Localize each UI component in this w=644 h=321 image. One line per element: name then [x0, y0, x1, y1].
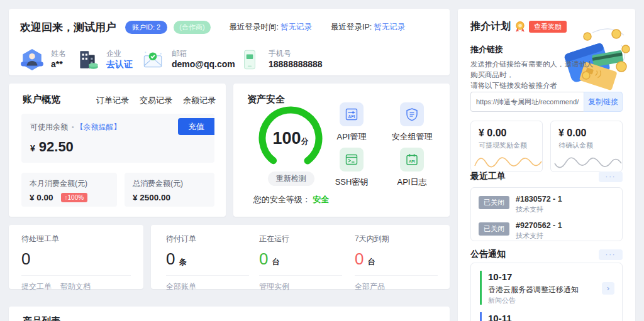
last-login-time-label: 最近登录时间:	[230, 23, 279, 31]
pending-tickets-label: 待处理工单	[21, 234, 131, 244]
recheck-button[interactable]: 重新检测	[268, 171, 314, 186]
security-score-unit: 分	[301, 136, 309, 147]
total-consumption-value: ¥ 2500.00	[133, 193, 170, 202]
company-label: 企业	[106, 49, 133, 58]
total-consumption-box: 总消费金额(元) ¥ 2500.00	[125, 173, 214, 207]
monthly-consumption-value: ¥ 0.00	[30, 193, 53, 202]
view-rewards-badge[interactable]: 查看奖励	[529, 21, 567, 33]
email-icon	[141, 48, 165, 72]
recharge-button[interactable]: 充值	[178, 118, 214, 135]
security-level-row: 您的安全等级： 安全	[237, 194, 345, 205]
referral-link-row: 复制链接	[470, 92, 623, 112]
security-level-value: 安全	[313, 195, 329, 204]
last-login-ip: 最近登录IP:暂无记录	[331, 22, 405, 33]
withdrawable-reward-box: ¥ 0.00 可提现奖励金额	[470, 121, 543, 172]
referral-title: 推介计划	[470, 20, 511, 33]
security-level-label: 您的安全等级：	[253, 195, 311, 204]
unconfirmed-amount-value: ¥ 0.00	[558, 128, 614, 139]
ticket-category: 技术支持	[516, 231, 562, 241]
reward-sparkline	[474, 153, 543, 170]
stat-expiring-soon: 7天内到期 0 台 全部产品	[355, 234, 438, 292]
pending-tickets-value: 0	[21, 249, 30, 269]
announcement-item[interactable]: 10-11 湖北十堰网络割接 ›	[480, 312, 614, 321]
svg-text:API: API	[348, 114, 355, 119]
product-list-title: 产品列表	[23, 315, 60, 321]
recent-tickets-header: 最近工单 ···	[470, 171, 623, 182]
shortcut-ssh-key[interactable]: SSH密钥	[321, 148, 382, 188]
balance-reminder-link[interactable]: 【余额提醒】	[76, 122, 121, 133]
referral-description: 发送推介链接给有需要的人，邀请他人 购买商品时， 请将以下链接发给被推介者	[470, 59, 594, 91]
unconfirmed-sparkline	[553, 153, 623, 170]
referral-desc-line2: 购买商品时，	[470, 70, 594, 80]
recent-tickets-more-button[interactable]: ···	[599, 171, 623, 182]
ticket-status-badge: 已关闭	[479, 222, 509, 236]
tab-transaction-records[interactable]: 交易记录	[140, 95, 172, 106]
announcement-category: 新闻公告	[488, 297, 614, 305]
announcement-item[interactable]: 10-17 香港云服务器调整迁移通知 新闻公告 ›	[480, 271, 614, 305]
announcement-date: 10-17	[488, 271, 614, 283]
referral-link-input[interactable]	[470, 92, 584, 112]
submit-ticket-link[interactable]: 提交工单	[21, 281, 52, 292]
unpaid-orders-value: 0	[166, 249, 175, 269]
referral-stats: ¥ 0.00 可提现奖励金额 ¥ 0.00 待确认金额	[470, 121, 623, 172]
running-value: 0	[259, 249, 268, 269]
shortcut-security-group-label: 安全组管理	[382, 131, 442, 143]
announcement-title-text: 香港云服务器调整迁移通知	[488, 285, 614, 295]
chevron-right-icon[interactable]: ›	[602, 282, 614, 295]
announcement-date: 10-11	[488, 312, 614, 321]
profile-phone: 手机号 18888888888	[238, 48, 323, 72]
pending-tickets-card: 待处理工单 0 提交工单 帮助文档	[9, 225, 143, 289]
account-overview-tabs: 订单记录 交易记录 余额记录	[96, 95, 216, 106]
last-login-ip-label: 最近登录IP:	[331, 23, 372, 31]
company-verify-link[interactable]: 去认证	[106, 58, 133, 70]
monthly-consumption-box: 本月消费金额(元) ¥ 0.00 ↑100%	[21, 173, 117, 207]
ticket-item[interactable]: 已关闭 #1830572 - 1 技术支持	[471, 195, 622, 214]
all-bills-link[interactable]: 全部账单	[166, 281, 196, 292]
expiring-unit: 台	[367, 257, 375, 268]
phone-label: 手机号	[269, 49, 323, 58]
medal-icon	[514, 21, 526, 33]
svg-text:API: API	[409, 160, 415, 163]
account-overview-card: 账户概览 订单记录 交易记录 余额记录 可使用余额 • 【余额提醒】 充值 ¥ …	[9, 84, 226, 217]
balance-label-row: 可使用余额 • 【余额提醒】	[30, 122, 121, 133]
api-log-icon: API	[405, 153, 419, 166]
recent-tickets-title: 最近工单	[470, 171, 506, 182]
balance-amount: ¥ 92.50	[30, 139, 74, 155]
last-login-time-value: 暂无记录	[280, 23, 312, 31]
tab-order-records[interactable]: 订单记录	[96, 95, 129, 106]
copy-link-button[interactable]: 复制链接	[584, 92, 623, 112]
shortcut-security-group[interactable]: 安全组管理	[382, 102, 442, 143]
last-login-time: 最近登录时间:暂无记录	[230, 22, 312, 33]
profile-company: 企业 去认证	[75, 48, 133, 72]
unpaid-orders-label: 待付订单	[166, 234, 249, 244]
announcements-list: 10-17 香港云服务器调整迁移通知 新闻公告 › 10-11 湖北十堰网络割接…	[470, 263, 623, 321]
email-value: demo@qq.com	[172, 58, 235, 70]
referral-header: 推介计划 查看奖励	[470, 20, 567, 33]
tab-balance-records[interactable]: 余额记录	[183, 95, 216, 106]
stat-unpaid-orders: 待付订单 0 条 全部账单	[166, 234, 249, 292]
announcements-more-button[interactable]: ···	[599, 249, 623, 260]
asset-security-card: 资产安全 100 分 重新检测 您的安全等级： 安全 API	[233, 84, 450, 217]
ssh-key-icon	[345, 153, 358, 166]
welcome-title: 欢迎回来，测试用户	[20, 20, 116, 35]
ticket-item[interactable]: 已关闭 #9270562 - 1 技术支持	[471, 221, 622, 241]
help-docs-link[interactable]: 帮助文档	[60, 281, 91, 292]
welcome-card: 欢迎回来，测试用户 账户ID: 2 (合作商) 最近登录时间:暂无记录 最近登录…	[9, 9, 450, 75]
name-value: a**	[51, 58, 66, 70]
shortcut-api-log[interactable]: API API日志	[382, 148, 442, 188]
announcements-title: 公告通知	[470, 249, 506, 260]
account-id-badge: 账户ID: 2	[125, 21, 167, 34]
manage-instances-link[interactable]: 管理实例	[259, 281, 289, 292]
referral-panel: 推介计划 查看奖励 推介链接 发送推介链接给有需要的人，邀请他人 购买商品时， …	[458, 9, 635, 321]
security-group-icon	[405, 107, 419, 121]
shortcut-api-manage[interactable]: API API管理	[321, 102, 382, 143]
shortcut-ssh-key-label: SSH密钥	[321, 177, 382, 188]
running-label: 正在运行	[259, 234, 342, 244]
referral-desc-line1: 发送推介链接给有需要的人，邀请他人	[470, 59, 594, 70]
ticket-id: #1830572 - 1	[516, 195, 562, 204]
shortcut-api-manage-label: API管理	[321, 131, 382, 143]
security-score-value: 100	[272, 129, 301, 148]
unpaid-orders-unit: 条	[179, 257, 186, 268]
product-list-card: 产品列表	[9, 307, 450, 321]
all-products-link[interactable]: 全部产品	[355, 281, 385, 292]
